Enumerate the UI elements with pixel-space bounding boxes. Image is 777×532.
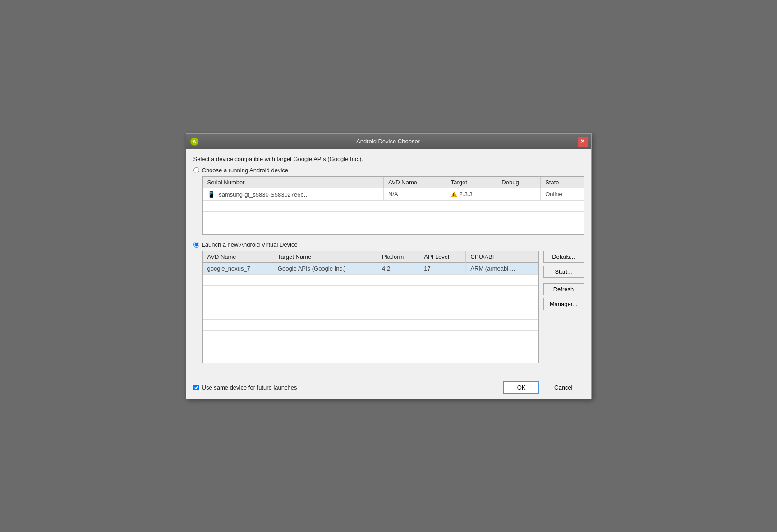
empty-row [203, 342, 538, 353]
col-target-name: Target Name [273, 251, 377, 263]
cell-api-level-val: 17 [419, 262, 466, 274]
svg-text:A: A [193, 139, 196, 144]
footer-right: OK Cancel [503, 381, 584, 394]
empty-row [203, 319, 538, 330]
close-button[interactable]: ✕ [578, 137, 588, 147]
target-cell: 2.3.3 [451, 191, 492, 197]
avd-section: Launch a new Android Virtual Device AVD … [193, 241, 584, 363]
title-bar-left: A [190, 137, 199, 146]
target-value: 2.3.3 [460, 191, 473, 197]
running-table-header-row: Serial Number AVD Name Target Debug Stat… [203, 177, 584, 188]
android-device-chooser-dialog: A Android Device Chooser ✕ Select a devi… [186, 133, 592, 399]
manager-button[interactable]: Manager... [543, 298, 584, 310]
dialog-body: Select a device compatible with target G… [186, 149, 591, 376]
empty-row [203, 200, 584, 211]
empty-row [203, 274, 538, 285]
col-avd-name: AVD Name [203, 251, 273, 263]
avd-table: AVD Name Target Name Platform API Level … [203, 251, 538, 353]
running-devices-table: Serial Number AVD Name Target Debug Stat… [203, 177, 584, 234]
empty-row [203, 223, 584, 234]
description-text: Select a device compatible with target G… [193, 156, 584, 162]
footer: Use same device for future launches OK C… [186, 376, 591, 399]
android-logo-icon: A [190, 137, 199, 146]
title-bar-center: Android Device Chooser [199, 138, 578, 145]
cell-avd-name: N/A [383, 188, 446, 200]
col-target-running: Target [446, 177, 497, 188]
cancel-button[interactable]: Cancel [543, 381, 584, 394]
running-radio[interactable] [193, 167, 199, 173]
details-button[interactable]: Details... [543, 251, 584, 263]
running-device-section: Choose a running Android device Serial N… [193, 167, 584, 235]
cell-serial: 📱 samsung-gt_s5830-S583027e6e... [203, 188, 384, 200]
col-cpu-abi: CPU/ABI [466, 251, 538, 263]
col-avd-name-running: AVD Name [383, 177, 446, 188]
running-radio-label[interactable]: Choose a running Android device [193, 167, 584, 174]
title-bar: A Android Device Chooser ✕ [186, 134, 591, 149]
avd-radio[interactable] [193, 242, 199, 248]
avd-table-container: AVD Name Target Name Platform API Level … [202, 251, 539, 363]
cell-target-name-val: Google APIs (Google Inc.) [273, 262, 377, 274]
running-devices-table-container: Serial Number AVD Name Target Debug Stat… [202, 176, 584, 235]
cell-cpu-abi-val: ARM (armeabi-... [466, 262, 538, 274]
phone-icon: 📱 [207, 191, 215, 198]
empty-row [203, 297, 538, 308]
empty-row [203, 211, 584, 223]
cell-platform-val: 4.2 [377, 262, 419, 274]
avd-radio-text: Launch a new Android Virtual Device [202, 241, 298, 248]
cell-target: 2.3.3 [446, 188, 497, 200]
start-button[interactable]: Start... [543, 266, 584, 278]
dialog-title: Android Device Chooser [356, 138, 420, 145]
avd-radio-label[interactable]: Launch a new Android Virtual Device [193, 241, 584, 248]
table-row[interactable]: google_nexus_7 Google APIs (Google Inc.)… [203, 262, 538, 274]
table-row[interactable]: 📱 samsung-gt_s5830-S583027e6e... N/A 2.3… [203, 188, 584, 200]
cell-state: Online [541, 188, 584, 200]
empty-row [203, 330, 538, 342]
same-device-label[interactable]: Use same device for future launches [202, 384, 297, 391]
cell-avd-name-val: google_nexus_7 [203, 262, 273, 274]
cell-debug [497, 188, 541, 200]
avd-table-header-row: AVD Name Target Name Platform API Level … [203, 251, 538, 263]
empty-row [203, 308, 538, 319]
empty-row [203, 285, 538, 297]
warning-icon [451, 191, 457, 197]
col-api-level: API Level [419, 251, 466, 263]
avd-section-bottom: AVD Name Target Name Platform API Level … [193, 251, 584, 363]
col-serial-number: Serial Number [203, 177, 384, 188]
ok-button[interactable]: OK [503, 381, 539, 394]
same-device-checkbox[interactable] [193, 385, 199, 390]
footer-left: Use same device for future launches [193, 384, 297, 391]
refresh-button[interactable]: Refresh [543, 283, 584, 295]
side-buttons: Details... Start... Refresh Manager... [543, 251, 584, 310]
running-radio-text: Choose a running Android device [202, 167, 289, 174]
serial-value: samsung-gt_s5830-S583027e6e... [219, 191, 308, 198]
col-platform: Platform [377, 251, 419, 263]
col-debug-running: Debug [497, 177, 541, 188]
col-state-running: State [541, 177, 584, 188]
